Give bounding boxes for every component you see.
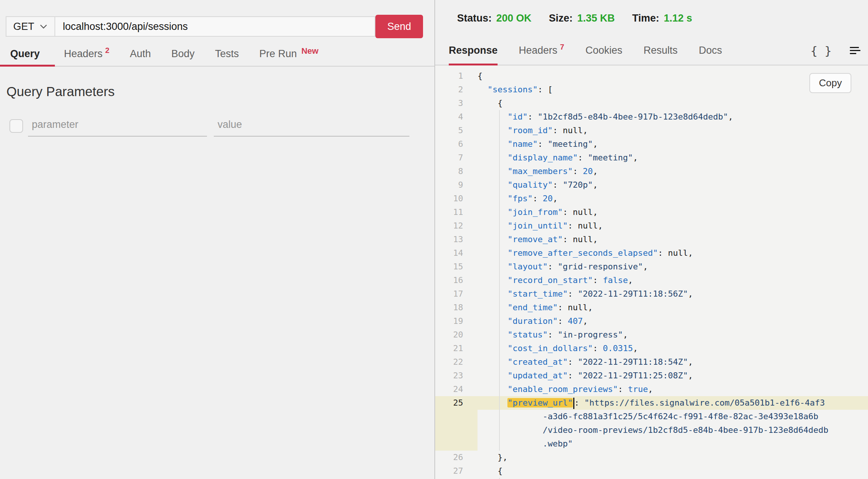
code-line: 5 "room_id": null, <box>435 124 868 137</box>
line-number: 2 <box>435 83 478 96</box>
code-line: 23 "updated_at": "2022-11-29T11:25:08Z", <box>435 369 868 383</box>
response-panel: Status: 200 OK Size: 1.35 KB Time: 1.12 … <box>435 0 868 479</box>
line-number: 9 <box>435 178 478 192</box>
tab-cookies[interactable]: Cookies <box>585 36 622 65</box>
response-meta-bar: Status: 200 OK Size: 1.35 KB Time: 1.12 … <box>435 0 868 36</box>
line-number: 17 <box>435 287 478 301</box>
line-number: 16 <box>435 274 478 287</box>
code-line: 17 "start_time": "2022-11-29T11:18:56Z", <box>435 287 868 301</box>
url-bar: GET Send <box>6 15 423 38</box>
line-number: 26 <box>435 451 478 464</box>
code-lines: 1{2 "sessions": [3 {4 "id": "1b2cf8d5-e8… <box>435 69 868 479</box>
line-number <box>435 437 478 451</box>
line-number: 4 <box>435 110 478 124</box>
tab-response-headers[interactable]: Headers 7 <box>519 36 564 65</box>
code-line: 10 "fps": 20, <box>435 192 868 205</box>
tab-query[interactable]: Query <box>0 42 55 66</box>
line-number: 19 <box>435 314 478 328</box>
code-line: 9 "quality": "720p", <box>435 178 868 192</box>
line-number: 7 <box>435 151 478 165</box>
line-number: 15 <box>435 260 478 274</box>
tab-headers[interactable]: Headers 2 <box>64 42 109 66</box>
response-tabs: Response Headers 7 Cookies Results Docs … <box>435 36 868 65</box>
line-number: 10 <box>435 192 478 205</box>
code-line: 19 "duration": 407, <box>435 314 868 328</box>
line-number: 25 <box>435 396 478 410</box>
tab-results[interactable]: Results <box>644 36 678 65</box>
send-button[interactable]: Send <box>375 15 423 38</box>
tab-body[interactable]: Body <box>171 42 195 66</box>
size-meta: Size: 1.35 KB <box>549 12 615 24</box>
code-line: 6 "name": "meeting", <box>435 137 868 151</box>
chevron-down-icon <box>40 25 47 29</box>
line-number: 3 <box>435 96 478 110</box>
response-body-viewer[interactable]: Copy 1{2 "sessions": [3 {4 "id": "1b2cf8… <box>435 65 868 479</box>
tab-pre-run[interactable]: Pre Run New <box>259 42 318 66</box>
code-line: 14 "remove_after_seconds_elapsed": null, <box>435 246 868 260</box>
code-line: 7 "display_name": "meeting", <box>435 151 868 165</box>
line-number: 5 <box>435 124 478 137</box>
code-line: 15 "layout": "grid-responsive", <box>435 260 868 274</box>
response-headers-count-badge: 7 <box>560 43 564 51</box>
parameter-checkbox[interactable] <box>9 119 23 133</box>
line-number: 8 <box>435 165 478 178</box>
code-line: 18 "end_time": null, <box>435 301 868 314</box>
request-tabs: Query Headers 2 Auth Body Tests Pre Run … <box>0 42 434 67</box>
line-number: 24 <box>435 383 478 396</box>
new-tag: New <box>301 46 318 56</box>
parameter-value-input[interactable] <box>214 119 409 137</box>
code-line: 22 "created_at": "2022-11-29T11:18:54Z", <box>435 355 868 369</box>
code-line: 13 "remove_at": null, <box>435 233 868 246</box>
code-line: 21 "cost_in_dollars": 0.0315, <box>435 342 868 355</box>
tab-auth[interactable]: Auth <box>130 42 151 66</box>
request-panel: GET Send Query Headers 2 Auth Body Tests <box>0 0 435 479</box>
line-number: 14 <box>435 246 478 260</box>
time-meta: Time: 1.12 s <box>632 12 692 24</box>
code-line: 3 { <box>435 96 868 110</box>
code-line: 27 { <box>435 464 868 478</box>
code-line: /video-room-previews/1b2cf8d5-e84b-4bee-… <box>435 423 868 437</box>
tab-docs[interactable]: Docs <box>699 36 722 65</box>
line-number <box>435 423 478 437</box>
url-input[interactable] <box>55 16 375 37</box>
copy-button[interactable]: Copy <box>809 73 851 93</box>
code-line: 1{ <box>435 69 868 83</box>
method-select[interactable]: GET <box>6 16 55 37</box>
line-number: 1 <box>435 69 478 83</box>
line-number: 6 <box>435 137 478 151</box>
code-line: 25 "preview_url": "https://files.signalw… <box>435 396 868 410</box>
time-value: 1.12 s <box>664 12 692 24</box>
code-line: 16 "record_on_start": false, <box>435 274 868 287</box>
status-value: 200 OK <box>496 12 532 24</box>
method-label: GET <box>13 21 34 33</box>
code-line: 20 "status": "in-progress", <box>435 328 868 342</box>
line-number: 18 <box>435 301 478 314</box>
headers-count-badge: 2 <box>105 46 109 55</box>
code-line: 11 "join_from": null, <box>435 205 868 219</box>
code-line: .webp" <box>435 437 868 451</box>
tab-response[interactable]: Response <box>449 36 498 65</box>
query-parameters-title: Query Parameters <box>6 84 434 99</box>
code-line: 12 "join_until": null, <box>435 219 868 233</box>
response-toolbar-icons: { } <box>810 44 868 58</box>
code-line: 4 "id": "1b2cf8d5-e84b-4bee-917b-123e8d6… <box>435 110 868 124</box>
line-number: 11 <box>435 205 478 219</box>
braces-icon[interactable]: { } <box>810 44 832 58</box>
menu-icon[interactable] <box>848 45 862 56</box>
line-number: 27 <box>435 464 478 478</box>
line-number <box>435 410 478 423</box>
line-number: 23 <box>435 369 478 383</box>
line-number: 13 <box>435 233 478 246</box>
app-window: GET Send Query Headers 2 Auth Body Tests <box>0 0 868 479</box>
query-parameter-row <box>9 119 423 137</box>
code-line: -a3d6-fc881a3f1c25/5c4f624c-f991-4f8e-82… <box>435 410 868 423</box>
line-number: 20 <box>435 328 478 342</box>
parameter-name-input[interactable] <box>28 119 207 137</box>
line-number: 12 <box>435 219 478 233</box>
code-line: 24 "enable_room_previews": true, <box>435 383 868 396</box>
line-number: 22 <box>435 355 478 369</box>
line-number: 21 <box>435 342 478 355</box>
code-line: 8 "max_members": 20, <box>435 165 868 178</box>
size-value: 1.35 KB <box>577 12 615 24</box>
tab-tests[interactable]: Tests <box>215 42 239 66</box>
